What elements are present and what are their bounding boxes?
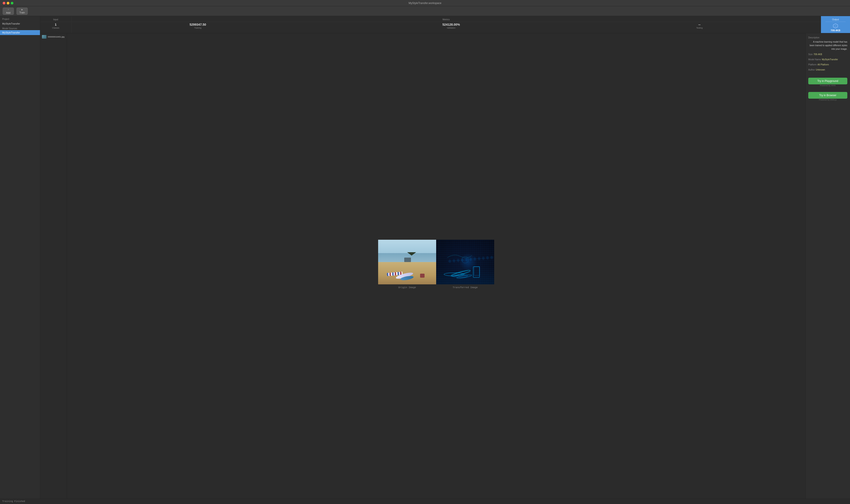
testing-value: -- xyxy=(699,23,701,26)
origin-label: Origin Image xyxy=(398,286,416,289)
sidebar-item-project[interactable]: MyStyleTransfer xyxy=(0,21,40,26)
validation-metric: 524128.00% Validation xyxy=(442,23,460,29)
sidebar: Project MyStyleTransfer Model Sources My… xyxy=(0,16,40,499)
add-button[interactable]: ＋ Add xyxy=(3,7,14,15)
training-value: 5299347.50 xyxy=(189,23,206,26)
powered-by-mnn: Powered by MNN xyxy=(808,84,847,87)
platform-row: Platform All Platform xyxy=(808,63,847,66)
right-panel: Description A machine learning model tha… xyxy=(806,33,850,499)
transferred-image-box: ◈◈◈◈◈◈◈◈◈◈◈◈ xyxy=(436,240,494,284)
description-key: Description xyxy=(808,36,819,39)
playground-section: Try in Playground Powered by MNN xyxy=(808,76,847,87)
file-thumbnail xyxy=(42,35,47,39)
size-value: 709.4KB xyxy=(813,53,822,56)
output-model-icon xyxy=(832,23,838,29)
titlebar: MyStyleTransfer.workspace xyxy=(0,0,850,6)
stats-metric-group-metrics: 5299347.50 Training 524128.00% Validatio… xyxy=(71,23,821,29)
origin-image-box xyxy=(378,240,436,284)
close-button[interactable] xyxy=(3,2,5,4)
description-value: A machine learning model that has been t… xyxy=(808,40,847,51)
stats-input-section: Input 1 Classes xyxy=(40,16,71,33)
origin-image xyxy=(378,240,436,284)
size-key: Size xyxy=(808,53,813,56)
try-in-browser-button[interactable]: Try in Browser xyxy=(808,92,847,98)
try-in-playground-button[interactable]: Try in Playground xyxy=(808,78,847,84)
classes-value: 1 xyxy=(55,23,57,26)
toolbar: ＋ Add ▶ Train xyxy=(0,6,850,16)
validation-label: Validation xyxy=(447,27,456,29)
train-button[interactable]: ▶ Train xyxy=(17,7,28,15)
file-list: 000000016451.jpg xyxy=(40,33,67,499)
svg-point-5 xyxy=(462,256,469,263)
status-bar: Training Finished xyxy=(0,499,850,504)
output-header: Output xyxy=(826,17,846,22)
description-row: Description A machine learning model tha… xyxy=(808,36,847,51)
plus-icon: ＋ xyxy=(7,8,10,11)
transferred-label: Transferred Image xyxy=(453,286,478,289)
powered-by-mnnjs: Powered by MNN.js xyxy=(808,98,847,101)
transferred-image-panel: ◈◈◈◈◈◈◈◈◈◈◈◈ xyxy=(436,240,494,289)
svg-marker-1 xyxy=(834,25,837,28)
images-container: Origin Image ◈◈◈◈◈◈◈◈◈◈◈◈ xyxy=(378,240,494,289)
stats-output-section: Output 709.4KB xyxy=(821,16,850,33)
transferred-image: ◈◈◈◈◈◈◈◈◈◈◈◈ xyxy=(436,240,494,284)
input-header: Input xyxy=(40,17,71,22)
classes-label: Classes xyxy=(52,27,59,29)
window-controls xyxy=(3,2,13,4)
validation-value: 524128.00% xyxy=(442,23,460,26)
size-row: Size 709.4KB xyxy=(808,53,847,56)
author-row: Author Unknown xyxy=(808,68,847,71)
model-sources-label: Model Sources xyxy=(0,26,40,30)
window-title: MyStyleTransfer.workspace xyxy=(409,2,441,5)
sidebar-item-mystyletransfer[interactable]: MyStyleTransfer xyxy=(0,30,40,35)
model-name-value: MyStyleTransfer xyxy=(822,58,838,61)
svg-rect-4 xyxy=(474,267,480,275)
author-key: Author xyxy=(808,68,815,71)
minimize-button[interactable] xyxy=(7,2,10,4)
training-metric: 5299347.50 Training xyxy=(189,23,206,29)
maximize-button[interactable] xyxy=(11,2,13,4)
image-display-area: Origin Image ◈◈◈◈◈◈◈◈◈◈◈◈ xyxy=(67,33,806,499)
neon-svg-overlay xyxy=(436,240,494,284)
platform-value: All Platform xyxy=(817,63,829,66)
main-area: Project MyStyleTransfer Model Sources My… xyxy=(0,16,850,499)
active-model-name: MyStyleTransfer xyxy=(2,31,20,34)
list-item[interactable]: 000000016451.jpg xyxy=(40,34,67,39)
beach-bag xyxy=(420,274,424,278)
status-text: Training Finished xyxy=(2,500,25,503)
testing-label: Testing xyxy=(696,27,703,29)
model-name-key: Model Name xyxy=(808,58,821,61)
file-name: 000000016451.jpg xyxy=(48,36,65,38)
content-below-stats: 000000016451.jpg xyxy=(40,33,850,499)
output-size: 709.4KB xyxy=(831,29,840,32)
testing-metric: -- Testing xyxy=(696,23,703,29)
stats-bar: Input 1 Classes Metrics 5299347.50 Train… xyxy=(40,16,850,33)
model-name-row: Model Name MyStyleTransfer xyxy=(808,58,847,61)
stats-metrics-section: Metrics 5299347.50 Training 524128.00% V… xyxy=(71,16,821,33)
description-section: Description A machine learning model tha… xyxy=(808,36,847,51)
project-name: MyStyleTransfer xyxy=(2,22,20,25)
author-value: Unknown xyxy=(816,68,825,71)
project-section-label: Project xyxy=(0,16,40,21)
classes-metric: 1 Classes xyxy=(52,23,59,29)
file-thumbnail-inner xyxy=(42,35,47,39)
origin-image-panel: Origin Image xyxy=(378,240,436,289)
play-icon: ▶ xyxy=(21,8,23,11)
training-label: Training xyxy=(194,27,201,29)
add-label: Add xyxy=(6,12,11,14)
beach-chairs xyxy=(404,257,411,262)
beach-umbrella xyxy=(407,252,416,258)
train-label: Train xyxy=(19,11,25,14)
platform-key: Platform xyxy=(808,63,816,66)
metrics-header: Metrics xyxy=(71,17,821,22)
browser-section: Try in Browser Powered by MNN.js xyxy=(808,90,847,101)
stats-metric-group-input: 1 Classes xyxy=(40,23,71,29)
beach-sky xyxy=(378,240,436,253)
